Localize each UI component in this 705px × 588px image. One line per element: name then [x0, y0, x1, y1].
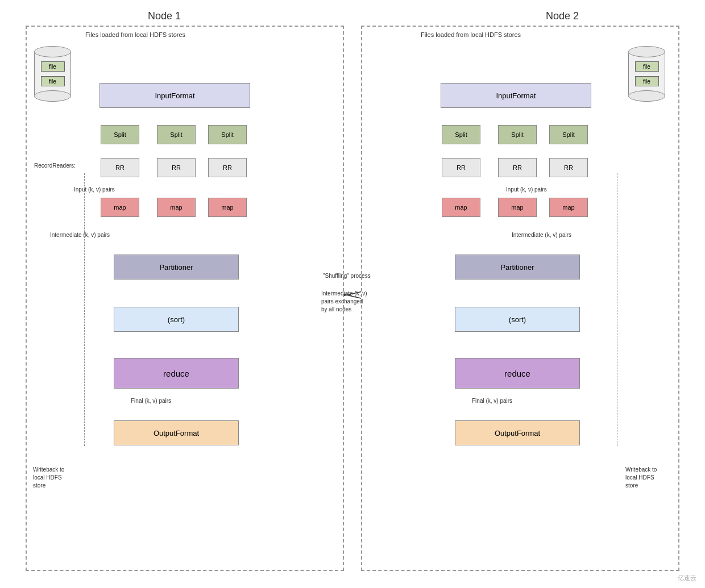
node1-map2: map: [157, 198, 196, 217]
node2-split3: Split: [549, 125, 588, 144]
node1-rr-label: RecordReaders:: [34, 162, 76, 169]
node1-intermediate-kv: Intermediate (k, v) pairs: [50, 232, 110, 238]
node2-hdfs-label: Files loaded from local HDFS stores: [421, 31, 521, 38]
node1-writeback: Writeback to local HDFS store: [33, 466, 64, 490]
node2-intermediate-kv: Intermediate (k, v) pairs: [512, 232, 571, 238]
node1-partitioner: Partitioner: [114, 255, 239, 280]
node1-split1: Split: [101, 125, 139, 144]
node1-rr3: RR: [208, 158, 247, 177]
node1-sort: (sort): [114, 307, 239, 332]
node1-split3: Split: [208, 125, 247, 144]
node2-split1: Split: [442, 125, 480, 144]
node2-dashed-line: [617, 173, 617, 446]
node2-file1: file: [635, 61, 659, 72]
node1-reduce: reduce: [114, 358, 239, 389]
node2-input-kv: Input (k, v) pairs: [506, 186, 547, 193]
node1-title: Node 1: [148, 10, 181, 22]
node1-file1: file: [41, 61, 65, 72]
node2-outputformat: OutputFormat: [455, 420, 580, 445]
node2-rr3: RR: [549, 158, 588, 177]
node1-rr2: RR: [157, 158, 196, 177]
node2-sort: (sort): [455, 307, 580, 332]
node1-split2: Split: [157, 125, 196, 144]
node2-split2: Split: [498, 125, 537, 144]
node2-inputformat: InputFormat: [441, 83, 591, 108]
node2-final-kv: Final (k, v) pairs: [472, 398, 512, 404]
node1-input-kv: Input (k, v) pairs: [74, 186, 115, 193]
node2-map3: map: [549, 198, 588, 217]
node1-inputformat: InputFormat: [99, 83, 250, 108]
node1-final-kv: Final (k, v) pairs: [131, 398, 171, 404]
node2-reduce: reduce: [455, 358, 580, 389]
node1-dashed-line: [84, 173, 85, 446]
node1-map3: map: [208, 198, 247, 217]
node2-partitioner: Partitioner: [455, 255, 580, 280]
node2-rr2: RR: [498, 158, 537, 177]
node1-outputformat: OutputFormat: [114, 420, 239, 445]
node1-file2: file: [41, 76, 65, 86]
node2-hdfs-cylinder: file file: [628, 51, 665, 97]
node1-hdfs-label: Files loaded from local HDFS stores: [85, 31, 185, 38]
node2-file2: file: [635, 76, 659, 86]
watermark: 亿速云: [678, 574, 696, 582]
node1-rr1: RR: [101, 158, 139, 177]
shuffling-label: "Shuffling" process: [323, 273, 371, 279]
node2-map2: map: [498, 198, 537, 217]
node2-map1: map: [442, 198, 480, 217]
node2-rr1: RR: [442, 158, 480, 177]
node2-writeback: Writeback to local HDFS store: [625, 466, 657, 490]
node1-map1: map: [101, 198, 139, 217]
node2-title: Node 2: [546, 10, 579, 22]
shuffling-sub-label: Intermediate (k, v) pairs exchanged by a…: [321, 290, 367, 314]
node1-hdfs-cylinder: file file: [34, 51, 71, 97]
